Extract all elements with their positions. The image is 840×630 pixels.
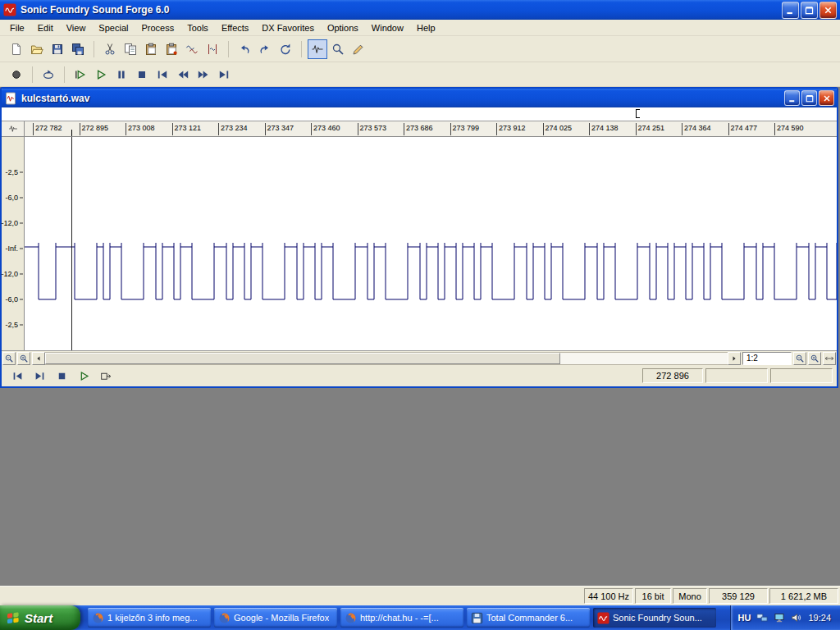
menu-item-effects[interactable]: Effects [215,21,255,34]
menu-item-view[interactable]: View [60,21,93,34]
redo-button[interactable] [255,39,275,59]
open-file-button[interactable] [27,39,47,59]
doc-minimize-button[interactable] [784,90,800,106]
maximize-button[interactable] [801,2,818,19]
menu-item-edit[interactable]: Edit [31,21,60,34]
save-all-button[interactable] [68,39,88,59]
rewind-button[interactable] [173,65,193,84]
zoom-normal-button[interactable] [17,352,30,365]
taskbar-button[interactable]: Google - Mozilla Firefox [214,608,337,628]
undo-button[interactable] [235,39,254,59]
close-button[interactable] [819,2,837,19]
play-button[interactable] [91,65,111,84]
stop-button[interactable] [132,65,152,84]
zoom-horizontal-button[interactable] [823,352,836,365]
loop-icon [42,68,55,81]
taskbar-buttons: 1 kijelzőn 3 info meg...Google - Mozilla… [80,605,730,630]
clock: 19:24 [808,613,831,623]
start-button[interactable]: Start [0,605,80,630]
doc-close-button[interactable] [819,90,834,106]
document-window: kulcstartó.wav 272 782272 895273 008273 … [0,87,838,388]
scrollbar-track[interactable] [45,352,728,365]
zoom-selection-button[interactable] [2,352,16,365]
doc-go-to-end-button[interactable] [30,368,48,384]
loop-playback-button[interactable] [39,65,58,84]
menu-item-tools[interactable]: Tools [180,21,215,34]
scroll-left-button[interactable] [32,352,45,365]
doc-go-to-start-button[interactable] [8,368,26,384]
firefox-taskbar-icon [92,612,104,624]
doc-maximize-button[interactable] [801,90,817,106]
mix-icon [185,43,199,56]
toolbar-separator [94,41,94,57]
play-all-button[interactable] [71,65,90,84]
volume-tray-icon[interactable] [791,612,802,623]
cut-button[interactable] [100,39,120,59]
doc-stop-button[interactable] [52,368,71,384]
pause-icon [115,68,128,81]
ruler-format-button[interactable] [7,124,19,134]
display-tray-icon[interactable] [774,612,785,623]
horizontal-scrollbar[interactable] [32,352,741,365]
taskbar: Start 1 kijelzőn 3 info meg...Google - M… [0,605,840,630]
ruler-label: 272 895 [80,123,109,135]
paste-button[interactable] [141,39,161,59]
pencil-tool-button[interactable] [349,39,368,59]
zoom-in-time-button[interactable] [808,352,821,365]
doc-status-cell [770,368,833,383]
menu-item-process[interactable]: Process [135,21,180,34]
menu-item-dx-favorites[interactable]: DX Favorites [255,21,321,34]
magnify-tool-button[interactable] [328,39,348,59]
playback-cursor[interactable] [71,137,72,350]
overview-bar[interactable] [2,107,837,121]
go-to-end-button[interactable] [214,65,234,84]
minimize-button[interactable] [782,2,799,19]
menu-item-file[interactable]: File [3,21,31,34]
record-button[interactable] [7,65,26,84]
time-ruler[interactable]: 272 782272 895273 008273 121273 234273 3… [25,121,837,136]
menu-item-options[interactable]: Options [321,21,365,34]
edit-tool-button[interactable] [308,39,327,59]
windows-flag-icon [6,611,21,624]
firefox-icon [92,612,104,624]
go-start-icon [11,370,24,382]
overview-cursor[interactable] [636,109,640,118]
trim-button[interactable] [203,39,222,59]
menu-item-window[interactable]: Window [365,21,410,34]
db-tick [20,274,23,275]
status-cell: 44 100 Hz [584,588,633,604]
paste-special-button[interactable] [162,39,181,59]
forward-button[interactable] [194,65,213,84]
db-tick [20,299,23,300]
taskbar-button[interactable]: 1 kijelzőn 3 info meg... [88,608,211,628]
network-icon [756,612,768,623]
go-to-start-button[interactable] [153,65,172,84]
mix-button[interactable] [182,39,202,59]
doc-play-device-button[interactable] [97,368,115,384]
taskbar-button[interactable]: http://chat.hu - -=[... [340,608,463,628]
tc-taskbar-icon [471,612,483,624]
menu-item-help[interactable]: Help [410,21,442,34]
network-tray-icon[interactable] [756,612,768,623]
taskbar-button[interactable]: Sonic Foundry Soun... [593,608,716,628]
copy-button[interactable] [121,39,140,59]
rewind-icon [176,68,189,81]
sf-logo-icon [597,612,609,624]
save-file-button[interactable] [48,39,67,59]
waveform-view[interactable] [25,137,837,350]
zoom-out-time-button[interactable] [793,352,806,365]
language-indicator[interactable]: HU [738,613,751,623]
copy-icon [124,43,137,56]
new-file-button[interactable] [7,39,26,59]
repeat-button[interactable] [276,39,295,59]
menu-item-special[interactable]: Special [92,21,135,34]
go-end-icon [217,68,231,81]
toolbar-separator [32,66,33,83]
scrollbar-thumb[interactable] [45,353,560,364]
doc-play-button[interactable] [75,368,93,384]
pause-button[interactable] [112,65,131,84]
taskbar-button[interactable]: Total Commander 6... [467,608,590,628]
scroll-right-button[interactable] [728,352,741,365]
ruler-label: 273 234 [218,123,248,135]
pencil-icon [352,43,365,56]
